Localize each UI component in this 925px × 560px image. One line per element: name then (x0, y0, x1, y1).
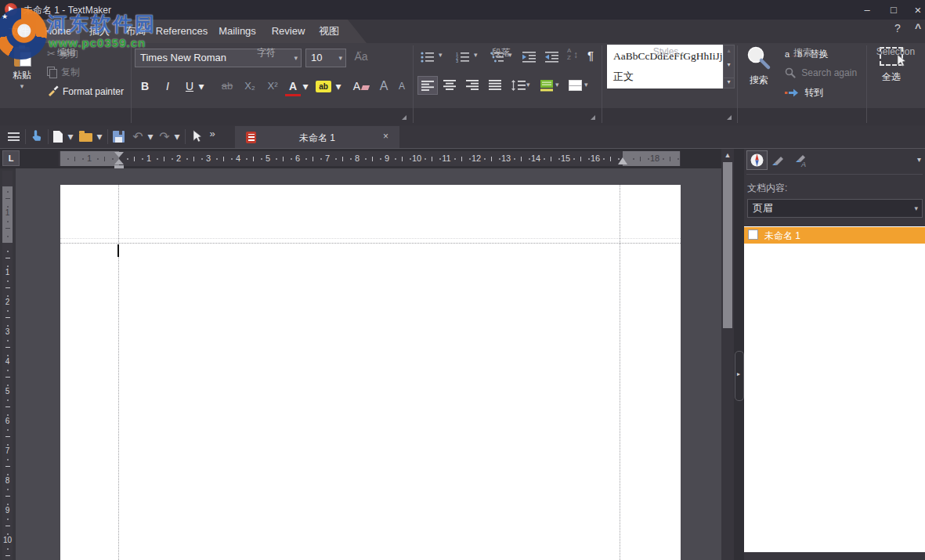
search-again-button[interactable]: Search again (785, 67, 857, 79)
borders-dropdown-arrow[interactable]: ▾ (584, 81, 588, 89)
document-tab-title: 未命名 1 (235, 132, 399, 145)
undo-dropdown-arrow[interactable]: ▾ (146, 125, 155, 148)
tab-file[interactable]: 文件 (3, 20, 34, 43)
document-tab[interactable]: 未命名 1 × (235, 126, 399, 148)
collapse-ribbon-button[interactable]: ^ (915, 22, 921, 34)
scrollbar-up-arrow[interactable]: ▲ (721, 149, 734, 161)
app-icon[interactable] (5, 3, 17, 16)
redo-dropdown-arrow[interactable]: ▾ (172, 125, 182, 148)
goto-button[interactable]: 转到 (785, 86, 823, 99)
object-mode-button[interactable] (188, 125, 205, 148)
shrink-font-button[interactable]: A (394, 77, 410, 96)
textmaker-window: 未命名 1 - TextMaker – □ × 文件 Home 插入 布局 Re… (0, 0, 925, 560)
toolbar-separator (25, 129, 26, 144)
align-center-button[interactable] (440, 76, 461, 95)
align-left-button[interactable] (417, 76, 438, 95)
ruler-tick (112, 158, 114, 160)
redo-button[interactable]: ↷ (157, 125, 172, 148)
style-gallery-more-arrow[interactable]: ▾ (724, 78, 734, 85)
strikethrough-button[interactable]: ab (218, 77, 237, 96)
help-button[interactable]: ? (894, 22, 901, 34)
format-painter-button[interactable]: Format painter (47, 85, 124, 97)
underline-button[interactable]: U (181, 77, 198, 96)
font-size-combo[interactable]: 10 ▾ (305, 49, 346, 67)
grow-font-button[interactable]: A (375, 77, 392, 96)
toolbar-more-button[interactable]: » (205, 122, 219, 145)
menu-button[interactable] (2, 125, 23, 148)
maximize-button[interactable]: □ (882, 0, 905, 20)
tab-layout[interactable]: 布局 (117, 20, 154, 43)
styles-dialog-launcher[interactable] (727, 115, 732, 120)
subscript-button[interactable]: X₂ (240, 77, 260, 96)
paragraph-dialog-launcher[interactable] (591, 115, 595, 120)
tab-home[interactable]: Home (36, 20, 80, 43)
scrollbar-thumb[interactable] (723, 162, 732, 328)
open-dropdown-arrow[interactable]: ▾ (95, 125, 104, 148)
show-formatting-marks-button[interactable]: ¶ (583, 46, 598, 65)
horizontal-ruler[interactable]: 11234567891011121314151618 (59, 151, 681, 166)
font-color-dropdown-arrow[interactable]: ▾ (301, 77, 310, 96)
sort-button[interactable]: A Z ↕ (564, 46, 584, 65)
content-type-select[interactable]: 页眉 ▾ (747, 199, 923, 218)
justify-button[interactable] (486, 76, 506, 95)
open-button[interactable] (77, 125, 96, 148)
clear-formatting-button[interactable]: A (349, 77, 373, 96)
style-scroll-up-arrow[interactable]: ▴ (724, 47, 734, 54)
copy-button[interactable]: 复制 (47, 65, 80, 78)
italic-button[interactable]: I (159, 77, 176, 96)
superscript-button[interactable]: X² (262, 77, 283, 96)
new-document-icon (53, 131, 63, 143)
new-document-button[interactable] (49, 125, 67, 148)
highlight-button[interactable]: ab (316, 81, 331, 92)
ruler-tick (186, 158, 188, 160)
sidebar-format-pen-button[interactable]: A (791, 150, 812, 170)
minimize-button[interactable]: – (855, 0, 879, 20)
highlight-dropdown-arrow[interactable]: ▾ (334, 77, 343, 96)
right-margin-marker[interactable] (618, 157, 627, 164)
page[interactable] (60, 185, 681, 560)
ruler-tick (253, 157, 254, 161)
edit-group-label: 编辑 (31, 46, 102, 60)
bullet-list-dropdown-arrow[interactable]: ▾ (439, 51, 443, 59)
sidebar-collapse-handle[interactable]: ▸ (735, 351, 744, 401)
list-item-checkbox[interactable] (748, 229, 758, 240)
tab-view[interactable]: 视图 (312, 20, 346, 43)
tab-mailings[interactable]: Mailings (213, 20, 262, 43)
goto-icon (785, 89, 799, 97)
style-scroll-down-arrow[interactable]: ▾ (724, 61, 734, 68)
ruler-tick (342, 157, 343, 161)
tab-insert[interactable]: 插入 (81, 20, 117, 43)
borders-button[interactable] (565, 76, 586, 95)
ruler-tick (461, 157, 462, 161)
sidebar-panel-dropdown-arrow[interactable]: ▾ (917, 155, 921, 164)
bullet-list-button[interactable] (417, 48, 438, 67)
tab-stop-selector[interactable]: L (2, 150, 20, 166)
document-tab-close-icon[interactable]: × (383, 131, 388, 142)
touch-mode-button[interactable] (27, 125, 47, 148)
font-color-button[interactable]: A (285, 79, 301, 96)
save-button[interactable] (110, 125, 128, 148)
decrease-indent-button[interactable] (542, 48, 562, 67)
bold-button[interactable]: B (136, 77, 154, 96)
vertical-ruler[interactable]: 112345678910 (2, 171, 13, 560)
ruler-number: 16 (588, 154, 602, 163)
new-document-dropdown-arrow[interactable]: ▾ (66, 125, 75, 148)
paste-dropdown-arrow[interactable]: ▾ (5, 82, 39, 90)
sidebar-navigator-button[interactable] (746, 150, 768, 170)
tab-review[interactable]: Review (266, 20, 310, 43)
shading-dropdown-arrow[interactable]: ▾ (555, 81, 559, 89)
change-case-button[interactable]: ↔ Aa (350, 47, 372, 66)
vertical-scrollbar[interactable]: ▲ (721, 149, 734, 560)
list-item[interactable]: 未命名 1 (744, 227, 925, 244)
line-spacing-dropdown-arrow[interactable]: ▾ (526, 81, 530, 89)
undo-button[interactable]: ↶ (130, 125, 146, 148)
close-button[interactable]: × (906, 0, 925, 20)
tab-references[interactable]: References (154, 20, 210, 43)
indent-marker[interactable] (114, 152, 125, 170)
ruler-tick (305, 158, 307, 160)
align-right-button[interactable] (463, 76, 483, 95)
underline-dropdown-arrow[interactable]: ▾ (197, 77, 206, 96)
ruler-tick (544, 158, 545, 160)
font-dialog-launcher[interactable] (402, 115, 406, 120)
sidebar-pen-tool-button[interactable] (769, 150, 790, 170)
